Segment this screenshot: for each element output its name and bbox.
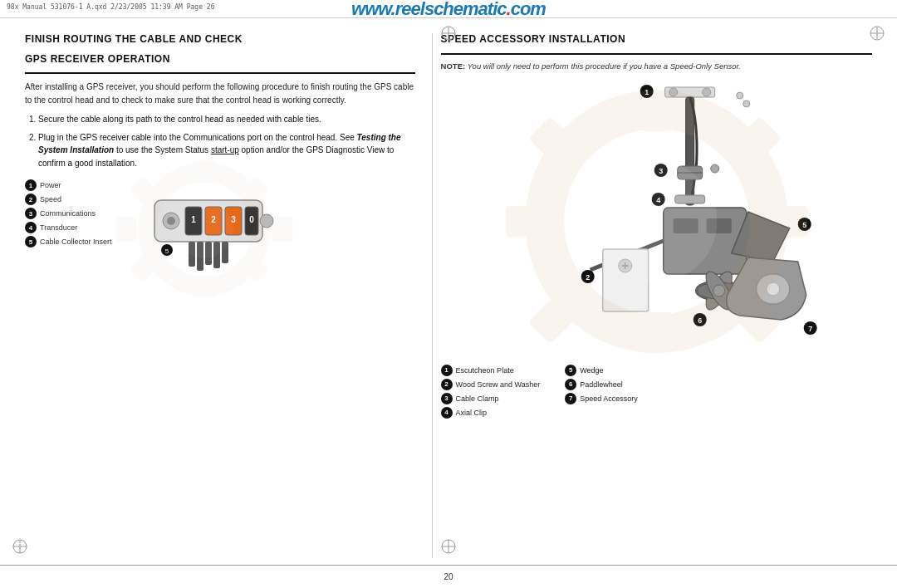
svg-point-55: [710, 164, 718, 173]
speed-legend-7: 7 Speed Accessory: [565, 393, 638, 404]
right-section-title: SPEED ACCESSORY INSTALLATION: [441, 33, 872, 55]
speed-legend-num-6: 6: [565, 379, 576, 390]
svg-text:6: 6: [698, 316, 702, 325]
svg-rect-30: [205, 242, 212, 265]
control-head-svg: 1 2 3 0 5: [125, 175, 292, 275]
speed-legend-num-2: 2: [441, 379, 453, 390]
part-axial-clip: 4: [651, 193, 704, 206]
svg-text:1: 1: [191, 215, 196, 224]
title-line2: GPS RECEIVER OPERATION: [25, 53, 415, 66]
svg-rect-9: [192, 276, 217, 296]
svg-text:1: 1: [645, 88, 649, 96]
legend-item-4: 4 Transducer: [25, 222, 112, 233]
note-label: NOTE:: [441, 61, 468, 71]
legend-item-1: 1 Power: [25, 179, 112, 191]
speed-legend-1: 1 Escutcheon Plate: [441, 365, 541, 376]
speed-legend-label-2: Wood Screw and Washer: [456, 380, 541, 389]
speed-legend-num-7: 7: [565, 393, 576, 404]
svg-point-81: [766, 282, 779, 296]
svg-text:2: 2: [586, 273, 590, 282]
legend-num-2: 2: [25, 194, 37, 205]
body-paragraph: After installing a GPS receiver, you sho…: [25, 81, 415, 106]
legend-num-1: 1: [25, 179, 37, 191]
svg-text:5: 5: [164, 247, 169, 255]
reg-mark-top: [440, 25, 457, 43]
reg-mark-bottom: [440, 538, 457, 556]
speed-legend-num-4: 4: [441, 407, 453, 419]
speed-legend-col-1: 1 Escutcheon Plate 2 Wood Screw and Wash…: [441, 365, 541, 419]
left-section-title: FINISH ROUTING THE CABLE AND CHECK GPS R…: [25, 33, 415, 74]
step-2: Plug in the GPS receiver cable into the …: [38, 131, 415, 170]
speed-legend-2: 2 Wood Screw and Washer: [441, 379, 541, 390]
part-cable-clamp: 3: [654, 164, 718, 179]
svg-point-27: [260, 214, 273, 228]
speed-legend-label-5: Wedge: [580, 366, 603, 375]
legend-item-3: 3 Communications: [25, 208, 112, 219]
legend-label-1: Power: [40, 181, 61, 189]
legend-num-3: 3: [25, 208, 37, 219]
reg-mark-bottom-left: [12, 538, 28, 556]
speed-legend-label-6: Paddlewheel: [580, 380, 623, 389]
legend-item-5: 5 Cable Collector Insert: [25, 236, 112, 247]
svg-text:2: 2: [211, 215, 216, 224]
svg-text:4: 4: [656, 196, 660, 204]
speed-legend-num-5: 5: [565, 365, 576, 376]
part-escutcheon: 1: [640, 85, 749, 107]
svg-point-18: [167, 217, 175, 225]
legend-label-3: Communications: [40, 209, 96, 218]
speed-accessory-svg: 1 3: [441, 79, 872, 361]
svg-rect-32: [222, 242, 228, 263]
speed-legend-4: 4 Axial Clip: [441, 407, 541, 419]
page-number: 20: [444, 572, 453, 581]
svg-text:5: 5: [802, 221, 806, 229]
part-wood-screw: 2: [581, 249, 648, 311]
legend-and-diagram: 1 Power 2 Speed 3 Communications 4 Trans…: [25, 179, 415, 271]
step-2-underline: start-up: [211, 145, 239, 154]
logo-www: www.: [351, 0, 395, 19]
svg-point-47: [702, 88, 710, 96]
speed-legend-label-7: Speed Accessory: [580, 394, 638, 403]
page-footer: 20: [0, 565, 897, 588]
step-2-text-pre: Plug in the GPS receiver cable into the …: [38, 133, 357, 142]
logo-com: com: [511, 0, 546, 19]
svg-rect-29: [197, 242, 203, 271]
main-content: FINISH ROUTING THE CABLE AND CHECK GPS R…: [0, 18, 897, 565]
svg-point-46: [669, 88, 677, 96]
speed-accessory-diagram: 1 3: [441, 79, 872, 361]
speed-legend-label-3: Cable Clamp: [456, 394, 499, 403]
right-column: SPEED ACCESSORY INSTALLATION NOTE: You w…: [432, 33, 872, 558]
svg-point-48: [736, 92, 743, 99]
speed-legend-label-4: Axial Clip: [456, 409, 488, 417]
svg-rect-63: [706, 218, 731, 233]
svg-rect-67: [602, 249, 648, 311]
left-column: FINISH ROUTING THE CABLE AND CHECK GPS R…: [25, 33, 432, 558]
svg-text:0: 0: [249, 215, 254, 224]
step-1-text: Secure the cable along its path to the c…: [38, 115, 321, 124]
legend-label-2: Speed: [40, 195, 61, 203]
file-info: 98x Manual 531076-1 A.qxd 2/23/2005 11:3…: [7, 3, 214, 11]
note-body: You will only need to perform this proce…: [468, 61, 741, 71]
svg-rect-28: [189, 242, 195, 267]
speed-legend-num-1: 1: [441, 365, 453, 376]
step-2-text2: to use the System Status: [114, 145, 211, 154]
top-bar: 98x Manual 531076-1 A.qxd 2/23/2005 11:3…: [0, 0, 897, 18]
legend-num-5: 5: [25, 236, 37, 247]
speed-legend-5: 5 Wedge: [565, 365, 638, 376]
svg-rect-62: [673, 218, 698, 233]
speed-legend-6: 6 Paddlewheel: [565, 379, 638, 390]
title-line1: FINISH ROUTING THE CABLE AND CHECK: [25, 33, 415, 47]
svg-text:3: 3: [659, 167, 663, 175]
speed-legend-3: 3 Cable Clamp: [441, 393, 541, 404]
reg-mark-top-right: [869, 25, 885, 43]
svg-rect-61: [663, 208, 746, 274]
svg-point-77: [713, 285, 724, 296]
legend-item-2: 2 Speed: [25, 194, 112, 205]
svg-rect-31: [213, 242, 220, 268]
note-text: NOTE: You will only need to perform this…: [441, 61, 872, 71]
svg-point-49: [743, 100, 749, 107]
speed-title: SPEED ACCESSORY INSTALLATION: [441, 33, 872, 47]
speed-legend-label-1: Escutcheon Plate: [456, 366, 514, 375]
legend-items: 1 Power 2 Speed 3 Communications 4 Trans…: [25, 179, 112, 271]
step-1: Secure the cable along its path to the c…: [38, 113, 415, 126]
svg-text:7: 7: [808, 325, 812, 333]
